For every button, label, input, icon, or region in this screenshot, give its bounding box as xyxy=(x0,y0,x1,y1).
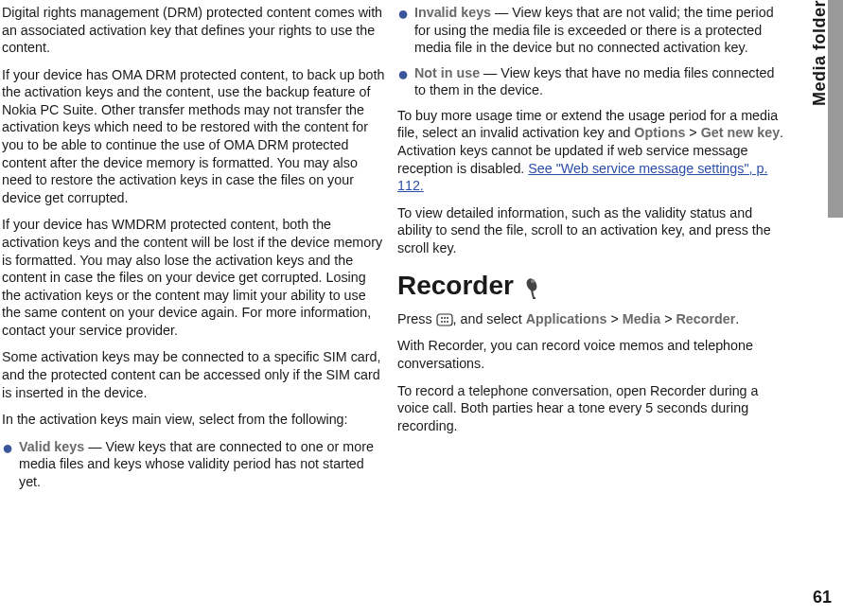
bullet-icon: ● xyxy=(397,64,414,99)
nav-media: Media xyxy=(623,311,661,326)
heading-recorder: Recorder xyxy=(397,269,785,303)
nav-recorder: Recorder xyxy=(676,311,736,326)
svg-point-1 xyxy=(531,279,535,283)
bullet-not-in-use: ● Not in use — View keys that have no me… xyxy=(397,64,785,99)
bullet-icon: ● xyxy=(2,438,19,491)
paragraph-sim-keys: Some activation keys may be connected to… xyxy=(2,348,388,401)
svg-rect-2 xyxy=(437,314,452,326)
paragraph-press-select: Press , and select Applications > Media … xyxy=(397,310,785,328)
microphone-icon xyxy=(523,274,542,297)
svg-point-8 xyxy=(447,321,448,323)
nav-applications: Applications xyxy=(526,311,607,326)
bullet-label-not-in-use: Not in use xyxy=(414,65,480,80)
side-tab: Media folder xyxy=(798,0,843,616)
bullet-label-invalid-keys: Invalid keys xyxy=(414,5,491,20)
svg-point-4 xyxy=(444,317,446,319)
svg-point-3 xyxy=(441,317,443,319)
home-key-icon xyxy=(436,313,453,326)
bullet-invalid-keys: ● Invalid keys — View keys that are not … xyxy=(397,4,785,57)
paragraph-record-call: To record a telephone conversation, open… xyxy=(397,382,785,435)
bullet-valid-keys: ● Valid keys — View keys that are connec… xyxy=(2,438,388,491)
svg-point-6 xyxy=(441,321,443,323)
paragraph-view-detailed: To view detailed information, such as th… xyxy=(397,204,785,257)
paragraph-select-from: In the activation keys main view, select… xyxy=(2,411,388,429)
bullet-icon: ● xyxy=(397,4,414,57)
svg-point-5 xyxy=(447,317,448,319)
nav-get-new-key: Get new key xyxy=(701,125,780,140)
paragraph-recorder-intro: With Recorder, you can record voice memo… xyxy=(397,337,785,372)
paragraph-oma-drm: If your device has OMA DRM protected con… xyxy=(2,66,388,207)
paragraph-drm-intro: Digital rights management (DRM) protecte… xyxy=(2,4,388,57)
paragraph-wmdrm: If your device has WMDRM protected conte… xyxy=(2,216,388,339)
page-number: 61 xyxy=(813,587,832,608)
side-tab-label: Media folder xyxy=(809,0,831,115)
paragraph-buy-usage: To buy more usage time or extend the usa… xyxy=(397,107,785,195)
nav-options: Options xyxy=(634,125,685,140)
svg-point-7 xyxy=(444,321,446,323)
bullet-label-valid-keys: Valid keys xyxy=(19,439,84,454)
